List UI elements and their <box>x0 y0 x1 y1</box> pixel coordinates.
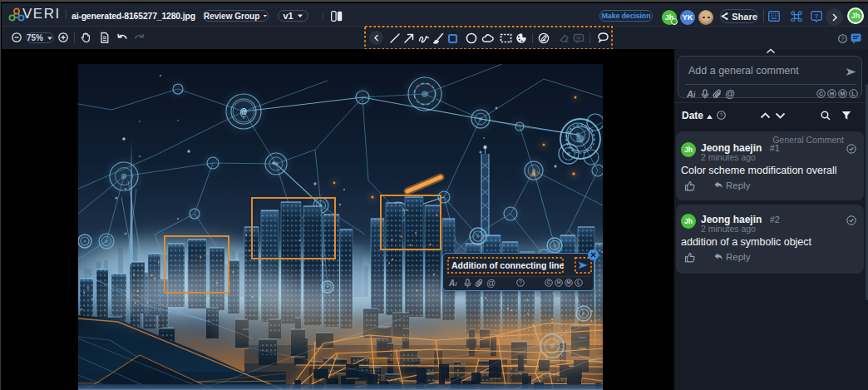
svg-text:L: L <box>851 91 856 96</box>
svg-text:C: C <box>547 279 551 285</box>
svg-text:?: ? <box>815 12 819 20</box>
svg-text:L: L <box>577 279 580 285</box>
svg-text:@: @ <box>240 106 247 119</box>
svg-text:M: M <box>841 91 846 96</box>
svg-text:C: C <box>819 91 823 96</box>
svg-text:?: ? <box>720 112 723 118</box>
svg-text:M: M <box>566 279 570 285</box>
svg-text:?: ? <box>519 279 522 285</box>
svg-text:H: H <box>557 279 561 285</box>
svg-text:H: H <box>830 91 834 96</box>
svg-text:?: ? <box>841 36 845 42</box>
